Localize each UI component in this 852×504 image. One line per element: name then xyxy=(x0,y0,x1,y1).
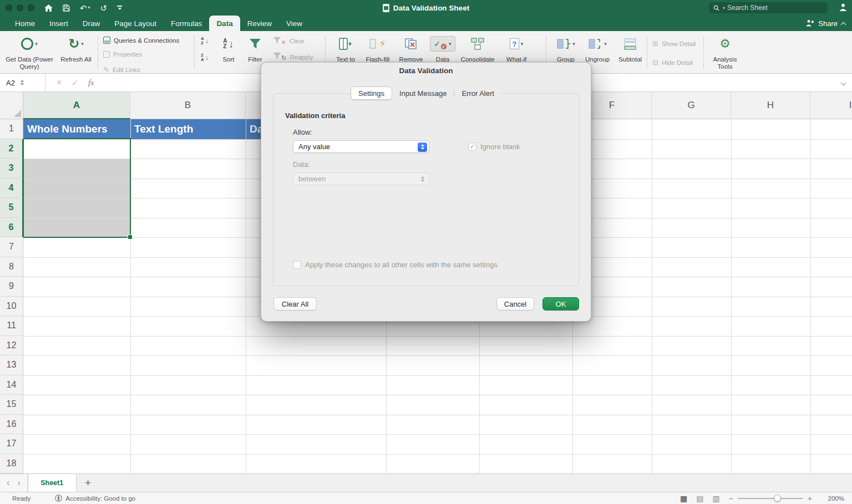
allow-dropdown[interactable]: Any value xyxy=(293,140,429,153)
row-header-14[interactable]: 14 xyxy=(0,375,23,395)
flash-fill-button[interactable]: ⚡ Flash-fill xyxy=(362,34,394,63)
hide-detail-button[interactable]: ⊟ Hide Detail xyxy=(652,59,693,66)
dialog-tab-settings[interactable]: Settings xyxy=(351,86,392,100)
row-header-4[interactable]: 4 xyxy=(0,179,23,198)
column-header-i[interactable]: I xyxy=(810,92,852,119)
zoom-out-button[interactable]: − xyxy=(729,494,733,503)
ribbon-tab-formulas[interactable]: Formulas xyxy=(164,16,209,31)
filter-button[interactable]: Filter xyxy=(243,34,267,63)
ok-button[interactable]: OK xyxy=(542,297,579,310)
ribbon-tab-page-layout[interactable]: Page Layout xyxy=(107,16,164,31)
name-box[interactable]: A2 xyxy=(0,74,45,91)
toolbar-options-button[interactable] xyxy=(117,6,122,10)
row-header-1[interactable]: 1 xyxy=(0,119,23,139)
formula-bar-expand-icon[interactable] xyxy=(841,80,846,85)
insert-function-icon[interactable]: fx xyxy=(88,78,94,88)
undo-button[interactable]: ↶▾ xyxy=(80,4,90,12)
next-sheet-icon[interactable]: › xyxy=(17,478,20,488)
refresh-all-button[interactable]: ↻▾ Refresh All xyxy=(57,34,95,63)
row-header-11[interactable]: 11 xyxy=(0,316,23,336)
edit-links-label: Edit Links xyxy=(113,67,140,73)
sheet-tab-sheet1[interactable]: Sheet1 xyxy=(28,474,77,492)
row-header-10[interactable]: 10 xyxy=(0,297,23,317)
share-button[interactable]: Share xyxy=(805,16,845,31)
consolidate-button[interactable]: Consolidate xyxy=(459,34,496,63)
header-cell-a1[interactable]: Whole Numbers xyxy=(23,119,130,139)
ribbon-tab-home[interactable]: Home xyxy=(8,16,42,31)
zoom-slider-thumb[interactable] xyxy=(774,495,781,502)
row-header-9[interactable]: 9 xyxy=(0,277,23,297)
group-button[interactable]: ▾ Group xyxy=(550,34,581,63)
zoom-in-button[interactable]: + xyxy=(808,494,812,503)
row-header-15[interactable]: 15 xyxy=(0,395,23,415)
ribbon-tab-draw[interactable]: Draw xyxy=(75,16,108,31)
add-sheet-button[interactable]: + xyxy=(77,474,100,492)
row-header-13[interactable]: 13 xyxy=(0,355,23,375)
show-detail-button[interactable]: ⊞ Show Detail xyxy=(652,40,696,47)
previous-sheet-icon[interactable]: ‹ xyxy=(7,478,9,488)
what-if-button[interactable]: ?▾ What-if xyxy=(499,34,534,63)
chevron-down-icon: ▾ xyxy=(81,41,84,47)
sort-descending-button[interactable]: ZA↓ xyxy=(199,52,211,63)
redo-button[interactable]: ↺ xyxy=(100,4,108,12)
queries-connections-button[interactable]: Queries & Connections xyxy=(103,37,179,44)
row-header-3[interactable]: 3 xyxy=(0,159,23,179)
analysis-tools-button[interactable]: ⚙ Analysis Tools xyxy=(708,34,742,70)
account-icon[interactable] xyxy=(839,3,848,14)
normal-view-button[interactable]: ▦ xyxy=(680,494,687,503)
cancel-button[interactable]: Cancel xyxy=(496,297,534,310)
clear-filter-button[interactable]: ✕ Clear xyxy=(273,37,305,45)
search-input[interactable]: ▾ Search Sheet xyxy=(709,2,828,13)
sort-ascending-button[interactable]: AZ↓ xyxy=(199,35,211,47)
apply-all-checkbox[interactable]: Apply these changes to all other cells w… xyxy=(293,261,498,269)
row-header-8[interactable]: 8 xyxy=(0,257,23,277)
zoom-slider[interactable] xyxy=(738,498,803,499)
row-header-18[interactable]: 18 xyxy=(0,454,23,474)
row-header-5[interactable]: 5 xyxy=(0,198,23,218)
header-cell-b1[interactable]: Text Length xyxy=(130,119,246,139)
select-all-corner[interactable] xyxy=(0,92,23,119)
ribbon-tab-data[interactable]: Data xyxy=(209,16,240,31)
ribbon-tab-insert[interactable]: Insert xyxy=(42,16,75,31)
confirm-entry-icon[interactable]: ✓ xyxy=(72,78,78,87)
column-header-b[interactable]: B xyxy=(130,92,246,119)
column-header-g[interactable]: G xyxy=(652,92,731,119)
row-header-16[interactable]: 16 xyxy=(0,415,23,435)
subtotal-button[interactable]: Subtotal xyxy=(615,34,646,63)
ignore-blank-checkbox[interactable]: ✓ Ignore blank xyxy=(468,142,520,151)
remove-duplicates-button[interactable]: Remove xyxy=(396,34,426,63)
collapse-ribbon-icon[interactable] xyxy=(841,22,846,27)
data-validation-button[interactable]: ✓▾ Data xyxy=(427,34,458,63)
save-icon[interactable] xyxy=(63,4,70,12)
ribbon-tab-review[interactable]: Review xyxy=(240,16,279,31)
name-box-stepper-icon[interactable] xyxy=(21,80,24,85)
row-header-2[interactable]: 2 xyxy=(0,139,23,159)
dialog-tab-input-message[interactable]: Input Message xyxy=(392,86,454,100)
properties-button[interactable]: Properties xyxy=(103,51,142,58)
page-break-view-button[interactable]: ▥ xyxy=(712,494,719,503)
accessibility-status[interactable]: Accessibility: Good to go xyxy=(55,495,135,502)
ungroup-button[interactable]: ▾ Ungroup xyxy=(581,34,613,63)
column-header-h[interactable]: H xyxy=(731,92,810,119)
edit-links-button[interactable]: ✎ Edit Links xyxy=(103,65,140,74)
zoom-window-button[interactable] xyxy=(28,4,34,11)
sort-button[interactable]: AZ↓ Sort xyxy=(216,34,241,63)
row-header-12[interactable]: 12 xyxy=(0,336,23,356)
column-header-a[interactable]: A xyxy=(23,92,130,119)
get-data-button[interactable]: ▾ Get Data (Power Query) xyxy=(3,34,55,70)
cancel-entry-icon[interactable]: × xyxy=(57,78,62,88)
ribbon-tab-view[interactable]: View xyxy=(279,16,310,31)
row-header-17[interactable]: 17 xyxy=(0,434,23,454)
minimize-window-button[interactable] xyxy=(17,4,23,11)
close-window-button[interactable] xyxy=(6,4,12,11)
page-layout-view-button[interactable]: ▤ xyxy=(696,494,703,503)
data-value: between xyxy=(298,175,326,183)
text-to-columns-button[interactable]: Text to xyxy=(331,34,361,63)
reapply-filter-button[interactable]: ↻ Reapply xyxy=(273,52,313,62)
row-header-6[interactable]: 6 xyxy=(0,218,23,238)
allow-label: Allow: xyxy=(293,128,312,136)
row-header-7[interactable]: 7 xyxy=(0,237,23,257)
home-icon[interactable] xyxy=(44,4,53,12)
dialog-tab-error-alert[interactable]: Error Alert xyxy=(454,86,501,100)
clear-all-button[interactable]: Clear All xyxy=(273,297,317,310)
